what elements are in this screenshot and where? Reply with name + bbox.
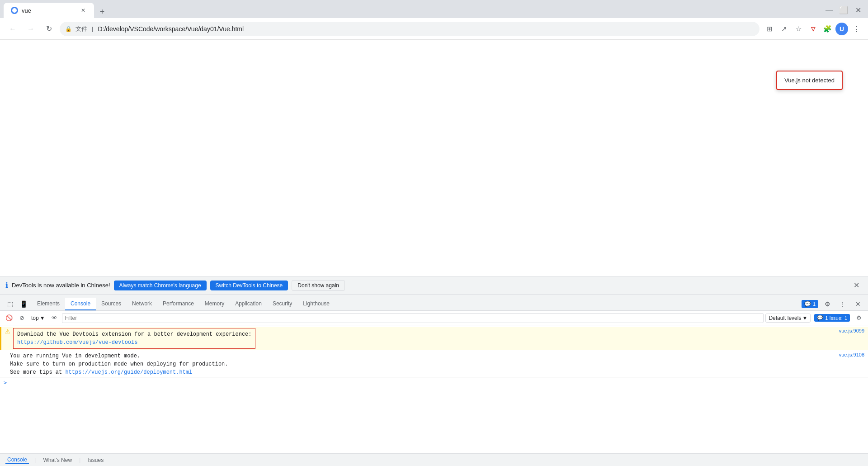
status-tab-console[interactable]: Console: [5, 456, 29, 464]
new-tab-button[interactable]: +: [96, 5, 108, 18]
address-bar[interactable]: 🔒 文件 |: [60, 22, 760, 36]
devtools-settings-icon[interactable]: ⚙: [821, 298, 834, 310]
tab-performance[interactable]: Performance: [157, 298, 199, 310]
device-toggle-icon[interactable]: 📱: [17, 298, 30, 310]
warning-icon: ⚠: [5, 328, 10, 335]
issues-count-badge[interactable]: 💬 1 Issue: 1: [814, 314, 850, 322]
notification-text: DevTools is now available in Chinese!: [12, 282, 110, 289]
console-entry-text-warning: Download the Vue Devtools extension for …: [13, 328, 835, 349]
match-language-button[interactable]: Always match Chrome's language: [114, 281, 207, 290]
console-settings-icon[interactable]: ⚙: [854, 313, 864, 323]
deployment-link[interactable]: https://vuejs.org/guide/deployment.html: [65, 369, 192, 376]
tab-security[interactable]: Security: [267, 298, 297, 310]
devtools-tabs-right: 💬 1 ⚙ ⋮ ✕: [798, 298, 868, 310]
tab-title: vue: [22, 7, 76, 14]
devtools-tab-bar: ⬚ 📱 Elements Console Sources Network Per…: [0, 295, 868, 311]
protocol-text: 文件: [75, 25, 87, 33]
notification-bar: ℹ DevTools is now available in Chinese! …: [0, 276, 868, 294]
tab-memory[interactable]: Memory: [199, 298, 230, 310]
console-toolbar: 🚫 ⊘ top ▼ 👁 Default levels ▼ 💬 1 Issue: …: [0, 311, 868, 325]
share-icon[interactable]: ↗: [778, 23, 790, 35]
context-selector[interactable]: top ▼: [29, 314, 47, 323]
back-button[interactable]: ←: [5, 22, 20, 36]
reload-button[interactable]: ↻: [42, 22, 56, 36]
issues-count: 1: [813, 301, 816, 307]
tab-lighthouse[interactable]: Lighthouse: [297, 298, 335, 310]
status-divider-2: |: [79, 456, 80, 463]
console-content: ⚠ Download the Vue Devtools extension fo…: [0, 325, 868, 453]
console-source-warning[interactable]: vue.js:9099: [839, 328, 864, 333]
switch-chinese-button[interactable]: Switch DevTools to Chinese: [210, 281, 288, 290]
issues-label: 1 Issue:: [825, 315, 843, 321]
tab-elements[interactable]: Elements: [32, 298, 65, 310]
default-levels-button[interactable]: Default levels ▼: [765, 314, 811, 323]
status-divider-1: |: [34, 456, 36, 463]
tab-application[interactable]: Application: [230, 298, 267, 310]
devtools-status-bar: Console | What's New | Issues: [0, 453, 868, 466]
notification-close-button[interactable]: ✕: [850, 279, 863, 292]
svg-point-0: [12, 8, 17, 13]
close-window-button[interactable]: ✕: [852, 4, 864, 16]
devtools-tabs-list: Elements Console Sources Network Perform…: [32, 298, 335, 310]
dont-show-again-button[interactable]: Don't show again: [292, 280, 345, 291]
devtools-close-icon[interactable]: ✕: [852, 298, 864, 310]
vue-not-detected-popup: Vue.js not detected: [776, 71, 843, 90]
console-boxed-message: Download the Vue Devtools extension for …: [13, 328, 255, 349]
vue-popup-text: Vue.js not detected: [784, 77, 835, 84]
console-entry-warning: ⚠ Download the Vue Devtools extension fo…: [0, 327, 868, 350]
console-prompt-entry: >: [0, 379, 868, 387]
devtools-panel: ⬚ 📱 Elements Console Sources Network Per…: [0, 294, 868, 466]
console-entry-info: You are running Vue in development mode.…: [0, 351, 868, 378]
eye-icon[interactable]: 👁: [49, 313, 60, 323]
restore-button[interactable]: ⬜: [837, 4, 850, 16]
devtools-more-icon[interactable]: ⋮: [836, 298, 849, 310]
tab-network[interactable]: Network: [127, 298, 157, 310]
extensions-icon[interactable]: 🧩: [821, 23, 834, 35]
tab-favicon: [11, 7, 18, 14]
status-tab-issues[interactable]: Issues: [86, 457, 105, 463]
console-filter-icon[interactable]: ⊘: [16, 313, 27, 323]
url-input[interactable]: [98, 25, 754, 33]
info-icon: ℹ: [5, 281, 8, 290]
console-filter-input[interactable]: [62, 313, 764, 323]
clear-console-icon[interactable]: 🚫: [4, 313, 14, 323]
status-tab-whats-new[interactable]: What's New: [41, 457, 74, 463]
console-entry-text-info: You are running Vue in development mode.…: [10, 352, 835, 376]
default-levels-arrow: ▼: [802, 315, 807, 321]
console-source-info[interactable]: vue.js:9108: [839, 352, 864, 357]
menu-icon[interactable]: ⋮: [850, 23, 863, 35]
vue-devtools-link[interactable]: https://github.com/vuejs/vue-devtools: [17, 339, 137, 346]
context-label: top: [31, 315, 39, 321]
tab-close-button[interactable]: ✕: [80, 7, 87, 14]
bookmark-icon[interactable]: ☆: [792, 23, 805, 35]
browser-tab-active[interactable]: vue ✕: [4, 3, 94, 18]
tab-console[interactable]: Console: [65, 298, 96, 310]
minimize-button[interactable]: —: [823, 4, 835, 16]
vue-devtools-icon[interactable]: ▽: [807, 23, 819, 35]
default-levels-label: Default levels: [769, 315, 801, 321]
console-prompt-arrow[interactable]: >: [4, 380, 7, 386]
translate-icon[interactable]: ⊞: [763, 23, 776, 35]
context-dropdown-arrow: ▼: [40, 315, 45, 321]
forward-button[interactable]: →: [24, 22, 38, 36]
tab-sources[interactable]: Sources: [96, 298, 127, 310]
lock-icon: 🔒: [65, 26, 72, 32]
issues-badge-count: 1: [844, 315, 847, 321]
profile-avatar[interactable]: U: [835, 23, 848, 35]
protocol-separator: |: [92, 25, 93, 32]
inspect-element-icon[interactable]: ⬚: [4, 298, 16, 310]
browser-content: [0, 40, 868, 276]
issues-badge[interactable]: 💬 1: [802, 300, 818, 308]
console-toolbar-right: Default levels ▼ 💬 1 Issue: 1 ⚙: [765, 313, 864, 323]
